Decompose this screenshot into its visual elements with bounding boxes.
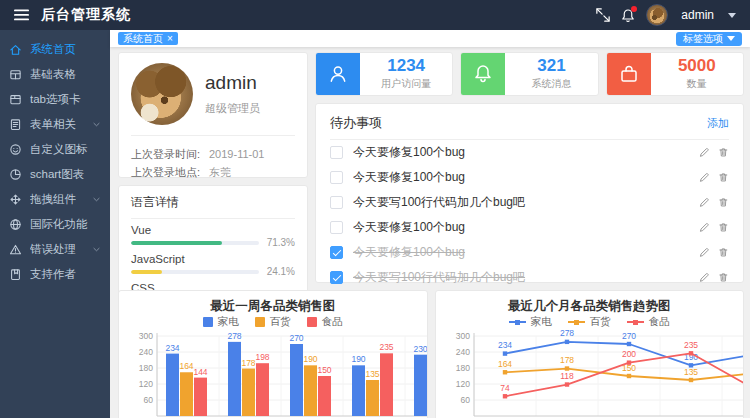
sidebar-item-5[interactable]: 自定义图标 [0, 137, 110, 162]
svg-text:60: 60 [144, 395, 154, 405]
svg-text:200: 200 [621, 349, 635, 359]
svg-text:190: 190 [303, 354, 317, 364]
profile-row-label: 上次登录时间: [131, 145, 209, 163]
delete-icon[interactable] [718, 247, 729, 258]
todo-item: 今天要写100行代码加几个bug吧 [330, 265, 729, 290]
sidebar-item-label: 表单相关 [30, 117, 76, 132]
delete-icon[interactable] [718, 172, 729, 183]
todo-text: 今天要修复100个bug [353, 219, 699, 236]
chevron-down-icon [92, 195, 101, 204]
form-icon [9, 118, 23, 132]
sidebar-item-label: 基础表格 [30, 67, 76, 82]
fullscreen-icon[interactable] [596, 8, 610, 22]
edit-icon[interactable] [699, 172, 710, 183]
tabs-icon [9, 93, 23, 107]
todo-checkbox[interactable] [330, 271, 343, 284]
warning-icon [9, 243, 23, 257]
line-chart-svg: 601201802403001月2月3月4月5月2342782701902301… [444, 331, 745, 418]
language-percent: 71.3% [265, 237, 295, 248]
stat-card-1: 1234用户访问量 [315, 52, 453, 96]
progress-bar [131, 241, 259, 245]
todo-item: 今天要修复100个bug [330, 215, 729, 240]
todo-title: 待办事项 [330, 114, 382, 132]
stat-card-2: 321系统消息 [460, 52, 598, 96]
svg-text:234: 234 [497, 340, 511, 350]
bell-icon[interactable] [621, 8, 635, 23]
svg-text:164: 164 [179, 361, 193, 371]
svg-text:278: 278 [559, 328, 573, 338]
edit-icon[interactable] [699, 197, 710, 208]
sidebar-item-4[interactable]: 表单相关 [0, 112, 110, 137]
sidebar-item-6[interactable]: schart图表 [0, 162, 110, 187]
table-icon [9, 68, 23, 82]
sidebar-item-10[interactable]: 支持作者 [0, 262, 110, 287]
svg-text:150: 150 [317, 365, 331, 375]
sidebar-item-8[interactable]: 国际化功能 [0, 212, 110, 237]
profile-avatar [131, 63, 193, 125]
sidebar-item-label: 国际化功能 [30, 217, 88, 232]
username[interactable]: admin [681, 8, 714, 22]
line-chart-legend: 家电百货食品 [444, 315, 736, 329]
hamburger-icon[interactable] [14, 9, 29, 21]
delete-icon[interactable] [718, 272, 729, 283]
sidebar-item-label: 支持作者 [30, 267, 76, 282]
todo-checkbox[interactable] [330, 171, 343, 184]
svg-text:235: 235 [379, 342, 393, 352]
sidebar-item-9[interactable]: 错误处理 [0, 237, 110, 262]
sidebar-item-label: 错误处理 [30, 242, 76, 257]
todo-checkbox[interactable] [330, 146, 343, 159]
legend-item: 食品 [307, 315, 343, 329]
svg-text:270: 270 [621, 331, 635, 341]
edit-icon[interactable] [699, 222, 710, 233]
svg-text:235: 235 [683, 340, 697, 350]
tag-close-icon[interactable]: × [167, 34, 173, 44]
sidebar-item-3[interactable]: tab选项卡 [0, 87, 110, 112]
svg-text:60: 60 [460, 395, 470, 405]
drag-icon [9, 193, 23, 207]
todo-item: 今天要修复100个bug [330, 165, 729, 190]
chevron-down-icon[interactable] [728, 13, 736, 18]
avatar[interactable] [646, 4, 668, 26]
todo-text: 今天要写100行代码加几个bug吧 [353, 269, 699, 286]
svg-text:135: 135 [365, 369, 379, 379]
todo-checkbox[interactable] [330, 196, 343, 209]
profile-role: 超级管理员 [205, 101, 260, 116]
language-card-title: 语言详情 [131, 194, 295, 219]
todo-list: 今天要修复100个bug今天要修复100个bug今天要写100行代码加几个bug… [330, 140, 729, 290]
line-chart: 601201802403001月2月3月4月5月2342782701902301… [444, 331, 736, 418]
svg-text:180: 180 [139, 363, 153, 373]
delete-icon[interactable] [718, 197, 729, 208]
svg-text:120: 120 [139, 379, 153, 389]
svg-text:240: 240 [455, 347, 469, 357]
svg-text:74: 74 [500, 383, 510, 393]
todo-checkbox[interactable] [330, 221, 343, 234]
user-icon [316, 53, 360, 95]
app-title: 后台管理系统 [41, 6, 131, 24]
tag-home[interactable]: 系统首页 × [118, 32, 178, 45]
sidebar-item-7[interactable]: 拖拽组件 [0, 187, 110, 212]
sidebar-item-2[interactable]: 基础表格 [0, 62, 110, 87]
sidebar-item-label: schart图表 [30, 167, 84, 182]
edit-icon[interactable] [699, 147, 710, 158]
edit-icon[interactable] [699, 247, 710, 258]
svg-text:230: 230 [413, 344, 427, 354]
todo-text: 今天要修复100个bug [353, 244, 699, 261]
sidebar-item-label: 系统首页 [30, 42, 76, 57]
svg-text:300: 300 [455, 331, 469, 341]
language-item: Vue71.3% [131, 223, 295, 248]
stat-number: 1234 [387, 57, 425, 75]
stats-row: 1234用户访问量321系统消息5000数量 [315, 52, 744, 96]
tag-options-button[interactable]: 标签选项 [676, 32, 742, 46]
sidebar-item-label: tab选项卡 [30, 92, 81, 107]
svg-text:270: 270 [289, 333, 303, 343]
globe-icon [9, 218, 23, 232]
delete-icon[interactable] [718, 147, 729, 158]
edit-icon[interactable] [699, 272, 710, 283]
tag-label: 系统首页 [123, 32, 163, 45]
delete-icon[interactable] [718, 222, 729, 233]
todo-checkbox[interactable] [330, 246, 343, 259]
top-header: 后台管理系统 admin [0, 0, 750, 30]
add-todo-link[interactable]: 添加 [707, 116, 729, 131]
sidebar-item-1[interactable]: 系统首页 [0, 37, 110, 62]
tagbar: 系统首页 × 标签选项 [110, 30, 750, 47]
